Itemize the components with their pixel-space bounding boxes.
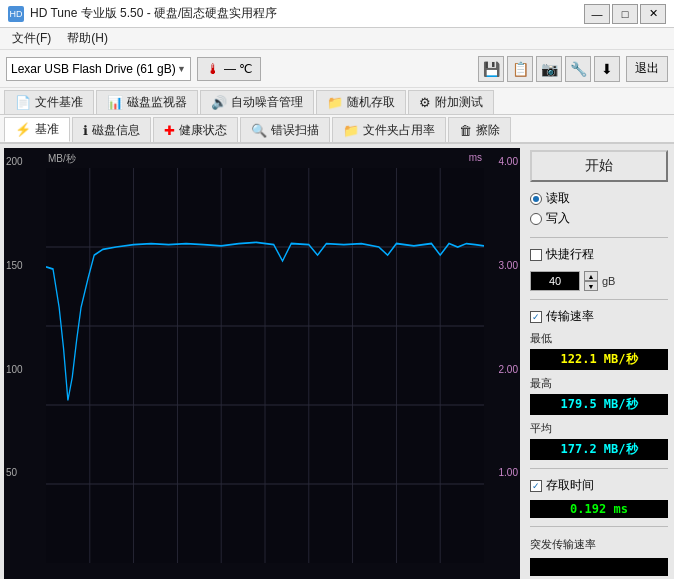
y-axis-right: 4.00 3.00 2.00 1.00 bbox=[484, 148, 520, 579]
chevron-down-icon: ▼ bbox=[177, 64, 186, 74]
transfer-checkbox-box: ✓ bbox=[530, 311, 542, 323]
y-left-200: 200 bbox=[6, 156, 44, 167]
tab-folder-usage[interactable]: 📁 文件夹占用率 bbox=[332, 117, 446, 142]
quick-spinner-buttons: ▲ ▼ bbox=[584, 271, 598, 291]
divider3 bbox=[530, 468, 668, 469]
tab-health[interactable]: ✚ 健康状态 bbox=[153, 117, 238, 142]
benchmark-icon: ⚡ bbox=[15, 122, 31, 137]
write-radio[interactable]: 写入 bbox=[530, 210, 668, 227]
start-button[interactable]: 开始 bbox=[530, 150, 668, 182]
thermometer-icon: 🌡 bbox=[206, 61, 220, 77]
extra-tests-icon: ⚙ bbox=[419, 95, 431, 110]
settings-icon-button[interactable]: 🔧 bbox=[565, 56, 591, 82]
max-value: 179.5 MB/秒 bbox=[530, 394, 668, 415]
avg-stat: 平均 177.2 MB/秒 bbox=[530, 421, 668, 460]
y-right-1: 1.00 bbox=[486, 467, 518, 478]
health-icon: ✚ bbox=[164, 123, 175, 138]
tab-file-benchmark-label: 文件基准 bbox=[35, 94, 83, 111]
tab-disk-monitor-label: 磁盘监视器 bbox=[127, 94, 187, 111]
titlebar-controls: — □ ✕ bbox=[584, 4, 666, 24]
tab-error-scan[interactable]: 🔍 错误扫描 bbox=[240, 117, 330, 142]
chart-svg bbox=[46, 168, 484, 563]
avg-value: 177.2 MB/秒 bbox=[530, 439, 668, 460]
download-icon-button[interactable]: ⬇ bbox=[594, 56, 620, 82]
tab-disk-monitor[interactable]: 📊 磁盘监视器 bbox=[96, 90, 198, 114]
quick-spinner-group: ▲ ▼ gB bbox=[530, 271, 668, 291]
y-axis-left-title: MB/秒 bbox=[48, 152, 76, 166]
transfer-checkbox[interactable]: ✓ 传输速率 bbox=[530, 308, 668, 325]
main-content: MB/秒 ms 200 150 100 50 4.00 3.00 2.00 1.… bbox=[0, 144, 674, 579]
access-stat: 0.192 ms bbox=[530, 500, 668, 518]
tab-error-scan-label: 错误扫描 bbox=[271, 122, 319, 139]
y-left-100: 100 bbox=[6, 364, 44, 375]
divider2 bbox=[530, 299, 668, 300]
tab-health-label: 健康状态 bbox=[179, 122, 227, 139]
y-left-150: 150 bbox=[6, 260, 44, 271]
menu-file[interactable]: 文件(F) bbox=[4, 28, 59, 49]
quick-decrement-button[interactable]: ▼ bbox=[584, 281, 598, 291]
tab-benchmark[interactable]: ⚡ 基准 bbox=[4, 117, 70, 142]
quick-increment-button[interactable]: ▲ bbox=[584, 271, 598, 281]
menu-help[interactable]: 帮助(H) bbox=[59, 28, 116, 49]
maximize-button[interactable]: □ bbox=[612, 4, 638, 24]
min-label: 最低 bbox=[530, 331, 668, 346]
clipboard-icon-button[interactable]: 📋 bbox=[507, 56, 533, 82]
noise-icon: 🔊 bbox=[211, 95, 227, 110]
save-icon-button[interactable]: 💾 bbox=[478, 56, 504, 82]
tab-noise-mgmt[interactable]: 🔊 自动噪音管理 bbox=[200, 90, 314, 114]
tab-extra-tests-label: 附加测试 bbox=[435, 94, 483, 111]
file-benchmark-icon: 📄 bbox=[15, 95, 31, 110]
right-panel: 开始 读取 写入 快捷行程 ▲ ▼ gB bbox=[524, 144, 674, 579]
transfer-label: 传输速率 bbox=[546, 308, 594, 325]
tab-random-access-label: 随机存取 bbox=[347, 94, 395, 111]
tab-extra-tests[interactable]: ⚙ 附加测试 bbox=[408, 90, 494, 114]
tab-erase[interactable]: 🗑 擦除 bbox=[448, 117, 511, 142]
quick-label: 快捷行程 bbox=[546, 246, 594, 263]
exit-button[interactable]: 退出 bbox=[626, 56, 668, 82]
quick-value-input[interactable] bbox=[530, 271, 580, 291]
camera-icon-button[interactable]: 📷 bbox=[536, 56, 562, 82]
titlebar: HD HD Tune 专业版 5.50 - 硬盘/固态硬盘实用程序 — □ ✕ bbox=[0, 0, 674, 28]
device-name: Lexar USB Flash Drive (61 gB) bbox=[11, 62, 176, 76]
burst-value bbox=[530, 558, 668, 576]
temperature-button[interactable]: 🌡 — ℃ bbox=[197, 57, 261, 81]
write-radio-label: 写入 bbox=[546, 210, 570, 227]
y-right-3: 3.00 bbox=[486, 260, 518, 271]
y-axis-right-title: ms bbox=[469, 152, 482, 163]
tabs-row2: ⚡ 基准 ℹ 磁盘信息 ✚ 健康状态 🔍 错误扫描 📁 文件夹占用率 🗑 擦除 bbox=[0, 115, 674, 144]
read-write-radio-group: 读取 写入 bbox=[530, 188, 668, 229]
toolbar-icons: 💾 📋 📷 🔧 ⬇ bbox=[478, 56, 620, 82]
menubar: 文件(F) 帮助(H) bbox=[0, 28, 674, 50]
device-dropdown[interactable]: Lexar USB Flash Drive (61 gB) ▼ bbox=[6, 57, 191, 81]
burst-label: 突发传输速率 bbox=[530, 537, 668, 552]
app-icon: HD bbox=[8, 6, 24, 22]
read-radio-dot bbox=[533, 196, 539, 202]
disk-monitor-icon: 📊 bbox=[107, 95, 123, 110]
tab-disk-info-label: 磁盘信息 bbox=[92, 122, 140, 139]
minimize-button[interactable]: — bbox=[584, 4, 610, 24]
access-checkbox[interactable]: ✓ 存取时间 bbox=[530, 477, 668, 494]
tab-disk-info[interactable]: ℹ 磁盘信息 bbox=[72, 117, 151, 142]
read-radio-label: 读取 bbox=[546, 190, 570, 207]
tab-noise-label: 自动噪音管理 bbox=[231, 94, 303, 111]
tab-file-benchmark[interactable]: 📄 文件基准 bbox=[4, 90, 94, 114]
tab-random-access[interactable]: 📁 随机存取 bbox=[316, 90, 406, 114]
folder-usage-icon: 📁 bbox=[343, 123, 359, 138]
tabs-row1: 📄 文件基准 📊 磁盘监视器 🔊 自动噪音管理 📁 随机存取 ⚙ 附加测试 bbox=[0, 88, 674, 115]
divider1 bbox=[530, 237, 668, 238]
write-radio-indicator bbox=[530, 213, 542, 225]
quick-unit-label: gB bbox=[602, 275, 615, 287]
chart-inner bbox=[46, 168, 484, 563]
y-right-2: 2.00 bbox=[486, 364, 518, 375]
divider4 bbox=[530, 526, 668, 527]
read-radio-indicator bbox=[530, 193, 542, 205]
window-title: HD Tune 专业版 5.50 - 硬盘/固态硬盘实用程序 bbox=[30, 5, 277, 22]
close-button[interactable]: ✕ bbox=[640, 4, 666, 24]
max-label: 最高 bbox=[530, 376, 668, 391]
temp-value: — ℃ bbox=[224, 62, 252, 76]
min-value: 122.1 MB/秒 bbox=[530, 349, 668, 370]
quick-checkbox[interactable]: 快捷行程 bbox=[530, 246, 668, 263]
toolbar: Lexar USB Flash Drive (61 gB) ▼ 🌡 — ℃ 💾 … bbox=[0, 50, 674, 88]
read-radio[interactable]: 读取 bbox=[530, 190, 668, 207]
chart-area: MB/秒 ms 200 150 100 50 4.00 3.00 2.00 1.… bbox=[4, 148, 520, 579]
